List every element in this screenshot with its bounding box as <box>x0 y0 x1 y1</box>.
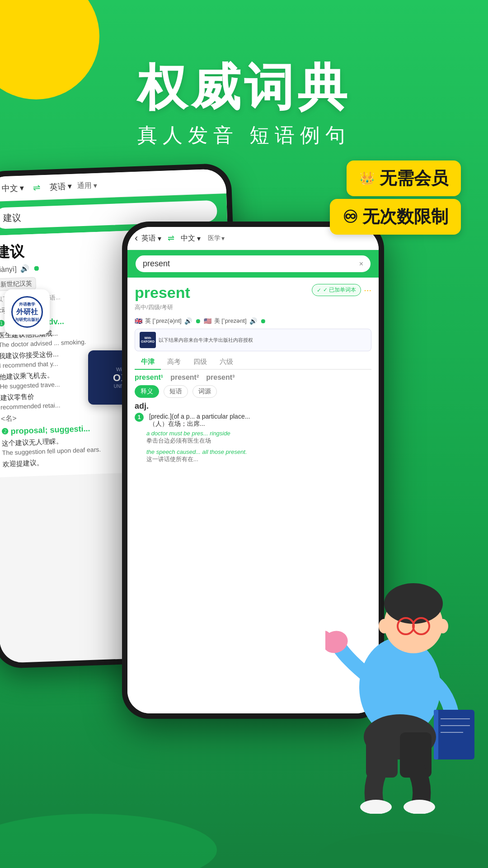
crown-icon: 👑 <box>359 171 375 186</box>
ex-cn-2: 这一讲话使所有在... <box>146 455 371 463</box>
def-cn-1: （人）在场；出席... <box>149 420 250 428</box>
more-options-button[interactable]: ··· <box>364 285 371 295</box>
speaker-icon[interactable]: 🔊 <box>20 264 29 273</box>
infinite-icon: ♾ <box>343 207 358 227</box>
tab-cet4[interactable]: 四级 <box>187 355 213 370</box>
meaning-tab-etymology[interactable]: 词源 <box>192 385 217 398</box>
svg-rect-10 <box>434 710 474 760</box>
main-search-bar: present × <box>127 250 379 278</box>
hero-title: 权威词典 <box>0 54 488 122</box>
phonetics-row: 🇬🇧 英 [ˈprez(ə)nt] 🔊 ⏺ 🇺🇸 美 [ˈprezənt] 🔊 … <box>135 317 371 325</box>
uk-speaker[interactable]: 🔊 <box>184 317 192 325</box>
swap-icon[interactable]: ⇌ <box>33 182 41 193</box>
uk-flag: 🇬🇧 <box>135 317 142 325</box>
svg-point-20 <box>0 814 217 868</box>
svg-point-2 <box>384 583 443 624</box>
oxford-watermark: With OXFORD 以下结果内容来自牛津大学出版社内容授权 <box>135 329 371 351</box>
uk-phonetic-btn[interactable]: ⏺ <box>195 317 201 325</box>
example-block-1: a doctor must be pres... ringside 拳击台边必须… <box>135 430 371 445</box>
meaning-tab-definition[interactable]: 释义 <box>135 385 159 398</box>
svg-point-7 <box>437 619 448 633</box>
word-variants-row: present¹ present² present³ <box>135 373 371 382</box>
character-illustration <box>325 542 488 814</box>
definition-2: the speech caused... all those present. … <box>135 448 371 463</box>
ex-cn-1: 拳击台边必须有医生在场 <box>146 437 371 445</box>
main-mode-selector[interactable]: 医学 ▾ <box>208 234 225 242</box>
dict-tabs-row: 牛津 高考 四级 六级 <box>135 355 371 370</box>
tab-oxford[interactable]: 牛津 <box>135 355 161 370</box>
us-flag: 🇺🇸 <box>204 317 211 325</box>
mode-selector[interactable]: 通用 ▾ <box>77 180 97 191</box>
phonetic-icon2[interactable]: ⏺ <box>33 264 40 273</box>
unlimited-badge: ♾ 无次数限制 <box>330 199 461 235</box>
ex-en-1: a doctor must be pres... ringside <box>146 430 371 437</box>
word-levels: 高中/四级/考研 <box>135 303 190 311</box>
main-search-input[interactable]: present × <box>135 255 371 273</box>
oxford-source-text: 以下结果内容来自牛津大学出版社内容授权 <box>159 337 253 343</box>
lang-to-selector[interactable]: 英语 ▾ <box>49 181 72 193</box>
variant-3[interactable]: present³ <box>206 373 235 382</box>
main-back-button[interactable]: ‹ <box>135 232 138 244</box>
main-lang-to[interactable]: 中文 ▾ <box>181 234 201 243</box>
part-of-speech: adj. <box>135 401 371 411</box>
main-swap-icon[interactable]: ⇌ <box>168 233 174 243</box>
svg-point-19 <box>404 800 435 814</box>
definition-1: 1 [predic.](of a p... a particular place… <box>135 413 371 445</box>
publisher-circle: 外语教学 外研社 与研究出版社 <box>11 296 43 328</box>
meaning-tabs-row: 释义 短语 词源 <box>135 385 371 398</box>
def-number-1: 1 <box>135 413 144 422</box>
svg-point-21 <box>316 832 488 868</box>
publisher-logo: 外语教学 外研社 与研究出版社 <box>5 289 50 335</box>
clear-icon[interactable]: × <box>359 260 363 268</box>
us-speaker[interactable]: 🔊 <box>249 317 257 325</box>
ex-en-2: the speech caused... all those present. <box>146 448 371 455</box>
tab-cet6[interactable]: 六级 <box>213 355 239 370</box>
tab-gaokao[interactable]: 高考 <box>161 355 187 370</box>
def-text-2: proposal; suggesti... <box>10 424 90 436</box>
uk-phonetic: 英 [ˈprez(ə)nt] <box>145 317 182 325</box>
unlimited-label: 无次数限制 <box>362 205 448 228</box>
us-phonetic-btn[interactable]: ⏺ <box>260 317 266 325</box>
variant-1[interactable]: present¹ <box>135 373 163 382</box>
variant-2[interactable]: present² <box>170 373 199 382</box>
oxford-logo-small: With OXFORD <box>140 332 156 348</box>
def-prefix-1: [predic.](of a p... a particular place..… <box>149 413 250 420</box>
lang-from-selector[interactable]: 中文 ▾ <box>1 183 24 194</box>
added-wordbook-badge[interactable]: ✓ ✓ 已加单词本 <box>312 284 361 296</box>
us-phonetic: 美 [ˈprezənt] <box>214 317 247 325</box>
no-member-badge: 👑 无需会员 <box>347 160 461 196</box>
def-num-2: ❷ <box>1 427 9 436</box>
svg-point-6 <box>379 619 389 633</box>
example-block-2: the speech caused... all those present. … <box>135 448 371 463</box>
meaning-tab-phrase[interactable]: 短语 <box>164 385 188 398</box>
no-member-label: 无需会员 <box>380 167 448 190</box>
hero-subtitle: 真人发音 短语例句 <box>0 122 488 149</box>
svg-point-18 <box>360 800 392 814</box>
main-lang-from[interactable]: 英语 ▾ <box>141 234 161 243</box>
en-word-title: present <box>135 284 190 302</box>
